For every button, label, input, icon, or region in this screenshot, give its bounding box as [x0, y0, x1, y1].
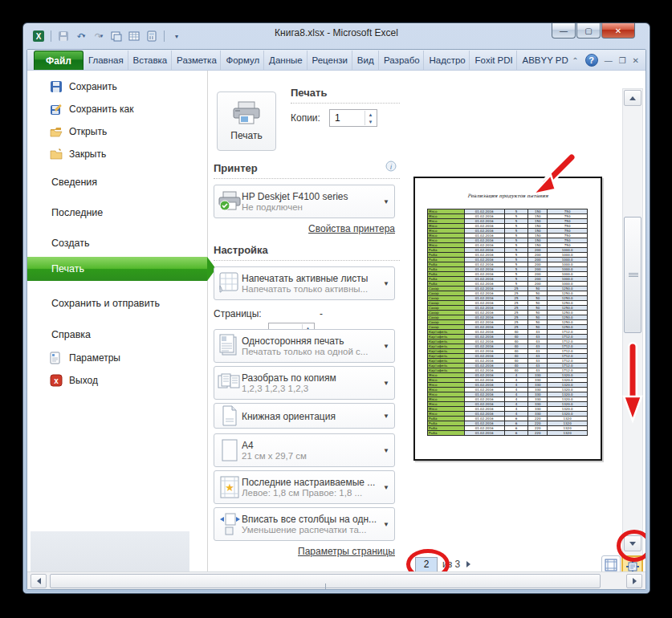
hscroll-thumb[interactable]	[50, 574, 601, 588]
printer-properties-link[interactable]: Свойства принтера	[308, 223, 395, 234]
tab-formulas[interactable]: Формул	[221, 51, 264, 70]
scroll-up-button[interactable]	[624, 90, 641, 106]
ribbon-right-controls: ⌃ ? — ❐ ✕	[572, 54, 646, 70]
dropdown-title: A4	[242, 440, 380, 451]
dropdown-subtitle: 21 см x 29,7 см	[242, 451, 380, 461]
qat-more-icon[interactable]: ▾	[169, 30, 184, 43]
dropdown-title: Односторонняя печать	[242, 335, 380, 347]
current-page-field[interactable]: 2	[415, 557, 438, 572]
sidebar-item-print[interactable]: Печать	[27, 257, 207, 281]
spin-down-icon[interactable]: ▼	[365, 118, 376, 125]
fit-columns-icon	[218, 513, 242, 535]
tab-view[interactable]: Вид	[352, 51, 379, 70]
paper-size-dropdown[interactable]: A4 21 см x 29,7 см ▼	[214, 433, 395, 467]
printer-select-dropdown[interactable]: HP Deskjet F4100 series Не подключен ▼	[214, 185, 395, 218]
doc-close-icon[interactable]: ✕	[633, 56, 639, 65]
chevron-down-icon: ▼	[383, 521, 389, 528]
scroll-left-button[interactable]	[31, 574, 47, 588]
sidebar-item-exit[interactable]: x Выход	[27, 372, 207, 388]
sidebar-item-label: Справка	[51, 329, 91, 340]
scroll-right-button[interactable]	[626, 574, 642, 588]
table-row: Рыба01.02.201662201320	[428, 431, 588, 436]
calculator-icon[interactable]	[145, 30, 159, 43]
sidebar-item-options[interactable]: Параметры	[27, 350, 207, 366]
doc-restore-icon[interactable]: ❐	[619, 56, 626, 65]
sidebar-item-save-send[interactable]: Сохранить и отправить	[27, 295, 207, 312]
backstage-sidebar: Сохранить Сохранить как Открыть	[27, 71, 208, 571]
tab-page-layout[interactable]: Разметка	[172, 51, 221, 70]
quick-access-toolbar: X ↶▾ ↷▾ ▾	[23, 23, 184, 49]
print-what-dropdown[interactable]: Напечатать активные листы Напечатать тол…	[214, 266, 395, 300]
scroll-down-button[interactable]	[624, 535, 641, 551]
svg-text:X: X	[36, 32, 42, 41]
sidebar-item-new[interactable]: Создать	[27, 234, 207, 252]
zoom-to-page-button[interactable]	[621, 555, 643, 571]
save-icon[interactable]	[56, 30, 71, 43]
tab-foxit-pdf[interactable]: Foxit PDI	[470, 51, 517, 70]
sidebar-item-recent[interactable]: Последние	[27, 204, 207, 222]
table-cell: 01.02.2016	[464, 431, 504, 436]
pages-dash: -	[320, 308, 323, 319]
close-button[interactable]: ✕	[601, 23, 635, 39]
minimize-button[interactable]: —	[552, 23, 576, 39]
previous-page-icon[interactable]	[406, 561, 410, 567]
collate-dropdown[interactable]: Разобрать по копиям 1,2,3 1,2,3 1,2,3 ▼	[214, 366, 395, 400]
arrow-right-icon	[633, 578, 637, 584]
undo-icon[interactable]: ↶▾	[74, 30, 88, 43]
dropdown-subtitle: Уменьшение распечатки та...	[242, 525, 380, 535]
copies-stepper[interactable]: 1 ▲▼	[329, 109, 377, 127]
show-margins-icon	[605, 559, 617, 571]
hscroll-track[interactable]	[48, 574, 625, 588]
tab-home[interactable]: Главная	[83, 51, 128, 70]
zoom-to-page-icon	[626, 560, 639, 572]
preview-page: Реализация продуктов питания Мясо01.02.2…	[413, 177, 602, 461]
sidebar-item-save-as[interactable]: Сохранить как	[27, 101, 207, 117]
scaling-dropdown[interactable]: Вписать все столбцы на одн... Уменьшение…	[214, 507, 395, 541]
thumb-grip	[325, 579, 326, 591]
next-page-icon[interactable]	[466, 561, 470, 567]
printer-info-icon[interactable]: i	[385, 161, 397, 172]
doc-minimize-icon[interactable]: —	[605, 56, 613, 65]
tab-insert[interactable]: Вставка	[128, 51, 173, 70]
tab-data[interactable]: Данные	[264, 51, 307, 70]
margins-dropdown[interactable]: ★ Последние настраиваемые ... Левое: 1,8…	[214, 470, 395, 504]
sidebar-item-close[interactable]: Закрыть	[27, 146, 207, 162]
copies-label: Копии:	[291, 112, 320, 124]
window-switch-icon[interactable]	[109, 30, 124, 43]
copies-spin-buttons[interactable]: ▲▼	[365, 111, 376, 125]
tab-addins[interactable]: Надстро	[424, 51, 470, 70]
restore-button[interactable]: ▢	[576, 23, 601, 39]
collate-icon	[218, 372, 242, 393]
dropdown-subtitle: 1,2,3 1,2,3 1,2,3	[242, 384, 380, 393]
sidebar-item-info[interactable]: Сведения	[27, 173, 207, 191]
print-button[interactable]: Печать	[217, 91, 276, 151]
tab-abbyy-pdf[interactable]: ABBYY PD	[517, 51, 572, 70]
show-margins-button[interactable]	[601, 555, 621, 571]
duplex-dropdown[interactable]: Односторонняя печать Печатать только на …	[214, 329, 395, 363]
chevron-down-icon: ▼	[383, 198, 389, 205]
portrait-icon	[218, 405, 242, 426]
page-setup-link[interactable]: Параметры страницы	[298, 546, 395, 557]
scrollbar-thumb[interactable]	[624, 217, 641, 333]
sidebar-item-label: Сохранить	[69, 81, 117, 92]
sidebar-item-help[interactable]: Справка	[27, 326, 207, 344]
chevron-down-icon: ▼	[383, 343, 389, 350]
preview-vertical-scrollbar[interactable]	[622, 88, 643, 557]
exit-icon: x	[50, 374, 63, 387]
orientation-dropdown[interactable]: Книжная ориентация ▼	[214, 403, 395, 429]
dropdown-title: Разобрать по копиям	[242, 372, 380, 384]
save-icon	[50, 80, 63, 93]
tab-developer[interactable]: Разрабо	[379, 51, 424, 70]
excel-logo-icon[interactable]: X	[31, 30, 46, 43]
sidebar-item-open[interactable]: Открыть	[27, 124, 207, 140]
spin-up-icon[interactable]: ▲	[365, 111, 376, 118]
horizontal-scrollbar[interactable]	[27, 571, 646, 589]
tab-review[interactable]: Рецензи	[307, 51, 352, 70]
redo-icon[interactable]: ↷▾	[92, 30, 106, 43]
separator	[291, 103, 400, 104]
help-icon[interactable]: ?	[585, 54, 598, 67]
tab-file[interactable]: Файл	[34, 51, 83, 70]
collapse-ribbon-icon[interactable]: ⌃	[572, 56, 578, 65]
table-icon[interactable]	[127, 30, 141, 43]
sidebar-item-save[interactable]: Сохранить	[27, 79, 207, 95]
